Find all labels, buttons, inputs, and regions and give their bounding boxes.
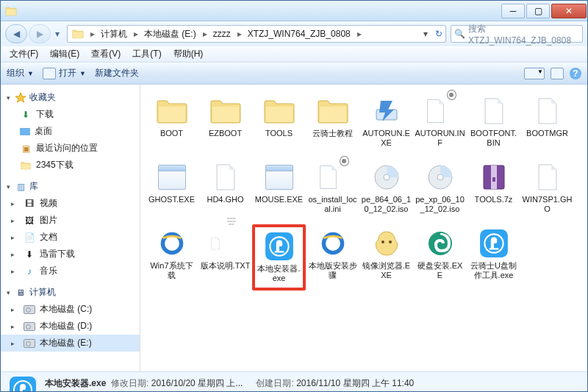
file-label: TOOLS: [265, 129, 293, 138]
file-grid[interactable]: BOOTEZBOOTTOOLS云骑士教程AUTORUN.EXEAUTORUN.I…: [140, 85, 587, 371]
file-item[interactable]: BOOT: [145, 92, 198, 158]
file-icon: [209, 95, 242, 127]
breadcrumb[interactable]: ▸ 计算机 ▸ 本地磁盘 (E:) ▸ zzzz ▸ XTZJ_WIN764_Z…: [67, 25, 446, 43]
file-item[interactable]: BOOTMGR: [520, 92, 574, 158]
fav-2345[interactable]: 2345下载: [1, 157, 140, 174]
crumb-3[interactable]: XTZJ_WIN764_ZJB_0808: [243, 26, 356, 42]
history-dropdown[interactable]: ▾: [52, 24, 62, 43]
file-item[interactable]: MOUSE.EXE: [252, 158, 306, 224]
minimize-button[interactable]: ─: [501, 4, 525, 18]
organize-button[interactable]: 组织 ▼: [7, 67, 34, 79]
lib-music[interactable]: ▸♪音乐: [1, 263, 140, 279]
file-label: BOOTFONT.BIN: [468, 129, 519, 148]
file-item[interactable]: 本地版安装步骤: [306, 224, 359, 291]
file-item[interactable]: 本地安装器.exe: [252, 224, 306, 291]
file-item[interactable]: 云骑士U盘制作工具.exe: [467, 224, 520, 291]
file-icon: [424, 227, 456, 260]
file-label: AUTORUN.EXE: [361, 129, 412, 148]
file-label: HD4.GHO: [207, 195, 243, 204]
crumb-1[interactable]: 本地磁盘 (E:): [140, 26, 201, 42]
file-item[interactable]: 云骑士教程: [306, 92, 359, 158]
status-modified: 2016/10/20 星期四 上...: [151, 378, 243, 388]
sidebar: ▾收藏夹 ⬇下载 桌面 ▣最近访问的位置 2345下载 ▾▥库 ▸🎞视频 ▸🖼图…: [1, 85, 140, 371]
file-icon: [478, 161, 510, 193]
file-icon: [209, 161, 242, 193]
file-item[interactable]: BOOTFONT.BIN: [467, 92, 520, 158]
file-label: pe_864_06_10_12_02.iso: [361, 195, 412, 214]
back-button[interactable]: ◀: [5, 24, 27, 43]
file-label: BOOTMGR: [526, 129, 568, 138]
status-file-icon: [8, 375, 37, 393]
favorites-header[interactable]: ▾收藏夹: [1, 89, 140, 106]
file-icon: [531, 161, 564, 193]
forward-button[interactable]: ▶: [29, 24, 51, 43]
file-icon: [263, 230, 295, 263]
file-label: 硬盘安装.EXE: [415, 261, 465, 280]
file-icon: [317, 161, 349, 193]
help-icon[interactable]: ?: [570, 68, 581, 79]
file-item[interactable]: 硬盘安装.EXE: [413, 224, 467, 291]
drive-c[interactable]: ▸本地磁盘 (C:): [1, 301, 140, 318]
drive-d[interactable]: ▸本地磁盘 (D:): [1, 318, 140, 335]
lib-xunlei[interactable]: ▸⬇迅雷下载: [1, 246, 140, 263]
menu-file[interactable]: 文件(F): [4, 46, 44, 62]
file-item[interactable]: 镜像浏览器.EXE: [359, 224, 413, 291]
file-item[interactable]: WIN7SP1.GHO: [520, 158, 574, 224]
lib-video[interactable]: ▸🎞视频: [1, 195, 140, 212]
lib-pictures[interactable]: ▸🖼图片: [1, 212, 140, 229]
file-item[interactable]: os_install_local.ini: [306, 158, 359, 224]
computer-header[interactable]: ▾🖥计算机: [1, 284, 140, 301]
preview-pane-button[interactable]: [551, 68, 564, 79]
file-icon: [370, 227, 403, 260]
file-item[interactable]: ━━━━━━━━版本说明.TXT: [198, 224, 252, 291]
crumb-2[interactable]: zzzz: [209, 26, 236, 42]
close-button[interactable]: ✕: [551, 4, 587, 18]
file-item[interactable]: pe_xp_06_10_12_02.iso: [413, 158, 467, 224]
file-item[interactable]: pe_864_06_10_12_02.iso: [359, 158, 413, 224]
toolbar: 组织 ▼ 打开 ▼ 新建文件夹 ▼ ?: [1, 63, 587, 85]
file-item[interactable]: GHOST.EXE: [145, 158, 198, 224]
maximize-button[interactable]: ▢: [526, 4, 550, 18]
file-icon: [263, 95, 295, 127]
fav-downloads[interactable]: ⬇下载: [1, 106, 140, 123]
file-icon: [370, 161, 403, 193]
file-label: 镜像浏览器.EXE: [361, 261, 412, 280]
menu-view[interactable]: 查看(V): [85, 46, 126, 62]
fav-recent[interactable]: ▣最近访问的位置: [1, 140, 140, 157]
file-icon: [317, 227, 349, 260]
menu-tools[interactable]: 工具(T): [126, 46, 167, 62]
file-item[interactable]: TOOLS: [252, 92, 306, 158]
libraries-header[interactable]: ▾▥库: [1, 178, 140, 195]
fav-desktop[interactable]: 桌面: [1, 123, 140, 140]
file-icon: [156, 227, 188, 260]
file-item[interactable]: AUTORUN.INF: [413, 92, 467, 158]
file-icon: [156, 95, 188, 127]
file-item[interactable]: HD4.GHO: [198, 158, 252, 224]
breadcrumb-dropdown[interactable]: ▾: [422, 29, 434, 39]
newfolder-button[interactable]: 新建文件夹: [95, 67, 139, 79]
menu-edit[interactable]: 编辑(E): [44, 46, 85, 62]
file-icon: [424, 161, 456, 193]
drive-e[interactable]: ▸本地磁盘 (E:): [1, 335, 140, 352]
file-icon: [424, 95, 456, 127]
status-bar: 本地安装器.exe 修改日期: 2016/10/20 星期四 上... 创建日期…: [1, 371, 587, 392]
file-label: TOOLS.7z: [475, 195, 513, 204]
crumb-0[interactable]: 计算机: [96, 26, 132, 42]
file-item[interactable]: AUTORUN.EXE: [359, 92, 413, 158]
menu-help[interactable]: 帮助(H): [168, 46, 209, 62]
file-icon: [317, 95, 349, 127]
open-button[interactable]: 打开 ▼: [43, 67, 86, 79]
search-placeholder: 搜索 XTZJ_WIN764_ZJB_0808: [468, 23, 579, 46]
file-item[interactable]: TOOLS.7z: [467, 158, 520, 224]
file-label: GHOST.EXE: [148, 195, 195, 204]
file-item[interactable]: Win7系统下载: [145, 224, 198, 291]
refresh-button[interactable]: ↻: [434, 29, 445, 39]
view-mode-button[interactable]: ▼: [524, 68, 545, 79]
lib-docs[interactable]: ▸📄文档: [1, 229, 140, 246]
file-icon: [478, 95, 510, 127]
file-item[interactable]: EZBOOT: [198, 92, 252, 158]
search-input[interactable]: 🔍 搜索 XTZJ_WIN764_ZJB_0808: [451, 25, 583, 43]
status-created: 2016/11/10 星期四 上午 11:40: [296, 378, 414, 388]
file-icon: [156, 161, 188, 193]
menubar: 文件(F) 编辑(E) 查看(V) 工具(T) 帮助(H): [1, 46, 587, 63]
